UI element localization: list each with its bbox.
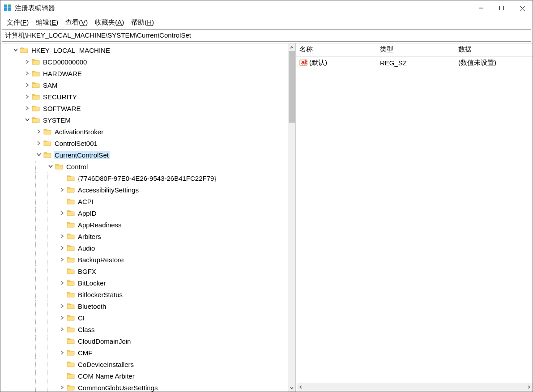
maximize-button[interactable] bbox=[491, 0, 512, 16]
tree-toggle[interactable] bbox=[59, 303, 66, 310]
tree-item[interactable]: SECURITY bbox=[0, 91, 288, 102]
minimize-button[interactable] bbox=[471, 0, 491, 16]
menu-view[interactable]: 查看(V) bbox=[62, 17, 91, 28]
tree-item[interactable]: AccessibilitySettings bbox=[0, 184, 288, 196]
tree-toggle[interactable] bbox=[59, 256, 66, 263]
tree-toggle[interactable] bbox=[47, 163, 54, 170]
tree-label: BGFX bbox=[77, 268, 97, 275]
tree-item[interactable]: BackupRestore bbox=[0, 254, 288, 265]
tree-toggle[interactable] bbox=[59, 349, 66, 356]
tree-toggle[interactable] bbox=[59, 314, 66, 321]
tree-toggle[interactable] bbox=[24, 81, 31, 89]
tree-label: AppID bbox=[77, 209, 98, 217]
column-data[interactable]: 数据 bbox=[455, 43, 533, 56]
tree-item[interactable]: HKEY_LOCAL_MACHINE bbox=[0, 44, 288, 56]
list-row[interactable]: ab (默认) REG_SZ (数值未设置) bbox=[296, 57, 533, 68]
registry-editor-window: 注册表编辑器 文件(F) 编辑(E) 查看(V) 收藏夹(A) 帮助(H) 计算… bbox=[0, 0, 533, 392]
folder-icon bbox=[32, 81, 40, 89]
folder-icon bbox=[32, 116, 40, 124]
tree-toggle[interactable] bbox=[59, 326, 66, 333]
menu-edit[interactable]: 编辑(E) bbox=[32, 17, 62, 28]
scroll-left-arrow[interactable] bbox=[297, 385, 304, 389]
tree-item[interactable]: SOFTWARE bbox=[0, 102, 288, 114]
tree-item[interactable]: {7746D80F-97E0-4E26-9543-26B41FC22F79} bbox=[0, 172, 288, 184]
tree-toggle[interactable] bbox=[59, 209, 66, 217]
tree-label: CoDeviceInstallers bbox=[77, 361, 135, 368]
expand-icon bbox=[60, 187, 64, 192]
horizontal-scrollbar[interactable] bbox=[297, 383, 533, 391]
tree-item[interactable]: BGFX bbox=[0, 265, 288, 277]
tree-item[interactable]: BitLocker bbox=[0, 277, 288, 289]
tree-toggle[interactable] bbox=[59, 233, 66, 240]
tree-item[interactable]: ACPI bbox=[0, 196, 288, 207]
tree-content[interactable]: HKEY_LOCAL_MACHINEBCD00000000HARDWARESAM… bbox=[0, 43, 288, 392]
tree-item[interactable]: Arbiters bbox=[0, 230, 288, 242]
tree-item[interactable]: ActivationBroker bbox=[0, 126, 288, 137]
tree-toggle[interactable] bbox=[24, 70, 31, 77]
tree-item[interactable]: HARDWARE bbox=[0, 68, 288, 79]
column-name[interactable]: 名称 bbox=[296, 43, 376, 56]
tree-item[interactable]: CI bbox=[0, 312, 288, 324]
collapse-icon bbox=[48, 164, 53, 169]
tree-item[interactable]: Bluetooth bbox=[0, 300, 288, 312]
folder-icon bbox=[67, 326, 75, 333]
expand-icon bbox=[25, 71, 30, 76]
tree-item[interactable]: CommonGlobUserSettings bbox=[0, 382, 288, 392]
tree-item[interactable]: SAM bbox=[0, 79, 288, 91]
scroll-down-arrow[interactable] bbox=[288, 384, 295, 392]
menu-bar: 文件(F) 编辑(E) 查看(V) 收藏夹(A) 帮助(H) bbox=[0, 16, 533, 29]
menu-favorites[interactable]: 收藏夹(A) bbox=[91, 17, 128, 28]
tree-label: SOFTWARE bbox=[42, 105, 81, 112]
tree-toggle[interactable] bbox=[12, 47, 19, 54]
hscroll-track[interactable] bbox=[304, 383, 525, 391]
tree-label: Class bbox=[77, 326, 96, 333]
column-type[interactable]: 类型 bbox=[376, 43, 455, 56]
expand-icon bbox=[60, 246, 64, 250]
menu-help[interactable]: 帮助(H) bbox=[128, 17, 158, 28]
tree-item[interactable]: Class bbox=[0, 324, 288, 335]
tree-item[interactable]: Control bbox=[0, 161, 288, 172]
tree-item[interactable]: AppReadiness bbox=[0, 219, 288, 230]
scroll-up-arrow[interactable] bbox=[288, 43, 295, 51]
tree-item[interactable]: BitlockerStatus bbox=[0, 289, 288, 300]
collapse-icon bbox=[37, 153, 41, 157]
tree-item[interactable]: ControlSet001 bbox=[0, 137, 288, 149]
tree-item[interactable]: Audio bbox=[0, 242, 288, 254]
window-title: 注册表编辑器 bbox=[15, 4, 471, 13]
tree-toggle[interactable] bbox=[24, 58, 31, 65]
content-area: HKEY_LOCAL_MACHINEBCD00000000HARDWARESAM… bbox=[0, 43, 533, 392]
tree-item[interactable]: AppID bbox=[0, 207, 288, 219]
tree-item[interactable]: SYSTEM bbox=[0, 114, 288, 126]
tree-toggle[interactable] bbox=[35, 151, 43, 158]
expand-icon bbox=[60, 257, 64, 262]
svg-rect-3 bbox=[8, 8, 11, 11]
scroll-right-arrow[interactable] bbox=[525, 385, 533, 389]
close-icon bbox=[520, 6, 525, 11]
tree-toggle[interactable] bbox=[24, 105, 31, 112]
address-bar[interactable]: 计算机\HKEY_LOCAL_MACHINE\SYSTEM\CurrentCon… bbox=[2, 29, 531, 42]
tree-item[interactable]: CMF bbox=[0, 347, 288, 358]
tree-toggle[interactable] bbox=[24, 93, 31, 100]
tree-item[interactable]: CloudDomainJoin bbox=[0, 335, 288, 347]
tree-item[interactable]: CurrentControlSet bbox=[0, 149, 288, 161]
vertical-scrollbar[interactable] bbox=[288, 43, 295, 392]
tree-toggle[interactable] bbox=[24, 116, 31, 124]
tree-toggle[interactable] bbox=[35, 128, 43, 135]
tree-toggle[interactable] bbox=[59, 186, 66, 193]
tree-toggle[interactable] bbox=[59, 279, 66, 286]
scroll-thumb[interactable] bbox=[289, 51, 295, 123]
tree-toggle[interactable] bbox=[59, 244, 66, 251]
folder-icon bbox=[67, 361, 75, 368]
tree-item[interactable]: COM Name Arbiter bbox=[0, 370, 288, 382]
tree-toggle[interactable] bbox=[35, 140, 43, 147]
expand-icon bbox=[60, 211, 64, 215]
tree-label: ACPI bbox=[77, 198, 94, 205]
list-rows: ab (默认) REG_SZ (数值未设置) bbox=[296, 57, 533, 383]
collapse-icon bbox=[13, 48, 18, 52]
tree-label: SAM bbox=[42, 81, 59, 89]
menu-file[interactable]: 文件(F) bbox=[3, 17, 32, 28]
tree-item[interactable]: CoDeviceInstallers bbox=[0, 358, 288, 370]
tree-toggle[interactable] bbox=[59, 384, 66, 391]
close-button[interactable] bbox=[512, 0, 533, 16]
tree-item[interactable]: BCD00000000 bbox=[0, 56, 288, 68]
